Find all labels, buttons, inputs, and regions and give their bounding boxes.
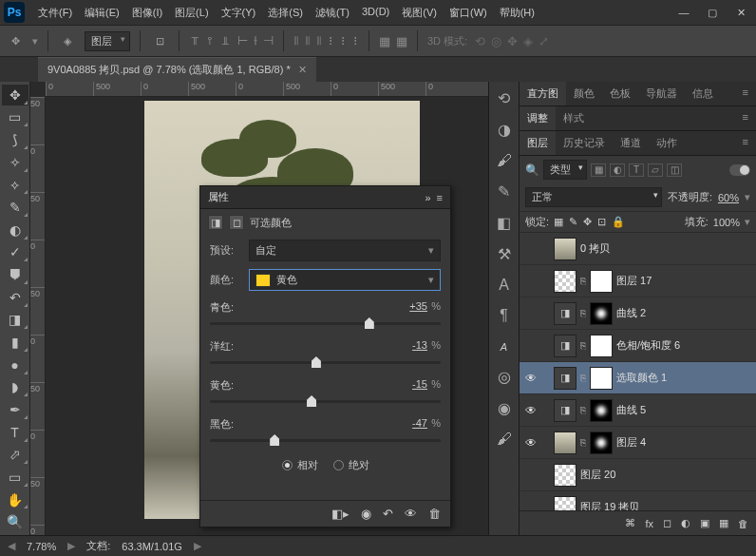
- strip-icon[interactable]: ✎: [498, 182, 510, 201]
- slider[interactable]: [210, 394, 441, 410]
- layer-thumbnail[interactable]: [554, 238, 576, 260]
- strip-icon[interactable]: ◎: [498, 368, 511, 386]
- shape-tool[interactable]: ▭: [2, 467, 28, 488]
- layer-mask-thumbnail[interactable]: [590, 367, 613, 390]
- layer-thumbnail[interactable]: ◨: [554, 302, 576, 325]
- align-hmid-icon[interactable]: ⫲: [254, 33, 257, 48]
- align-right-icon[interactable]: ⊣: [263, 33, 274, 48]
- dist-icon[interactable]: ⫶: [328, 33, 334, 48]
- maximize-button[interactable]: ▢: [701, 4, 724, 21]
- link-layers-icon[interactable]: ⌘: [625, 517, 635, 529]
- slider-handle[interactable]: [312, 356, 321, 368]
- layer-thumbnail[interactable]: [554, 270, 576, 293]
- slider[interactable]: [210, 433, 441, 449]
- menu-item[interactable]: 窗口(W): [444, 2, 493, 24]
- layer-thumbnail[interactable]: [554, 431, 576, 454]
- panel-menu-icon[interactable]: ≡: [735, 106, 756, 130]
- slider[interactable]: [210, 316, 441, 332]
- delete-icon[interactable]: 🗑: [738, 518, 748, 529]
- slider-value[interactable]: -15: [391, 378, 427, 393]
- panel-tab[interactable]: 导航器: [638, 82, 685, 105]
- relative-radio[interactable]: 相对: [282, 458, 318, 472]
- menu-item[interactable]: 图层(L): [169, 2, 214, 24]
- crop-tool[interactable]: ⟡: [2, 175, 28, 196]
- zoom-level[interactable]: 7.78%: [27, 541, 56, 552]
- filter-smart-icon[interactable]: ◫: [667, 163, 682, 177]
- move-tool-icon[interactable]: ✥: [6, 31, 25, 50]
- layer-thumbnail[interactable]: ◨: [554, 335, 576, 357]
- lasso-tool[interactable]: ⟆: [2, 129, 28, 150]
- zoom-tool[interactable]: 🔍: [2, 511, 28, 532]
- slider-value[interactable]: -47: [391, 417, 427, 431]
- hand-tool[interactable]: ✋: [2, 489, 28, 510]
- tab-close-icon[interactable]: ✕: [298, 64, 307, 76]
- filter-pixel-icon[interactable]: ▦: [591, 163, 606, 177]
- layer-mask-thumbnail[interactable]: [590, 270, 613, 293]
- dist-icon[interactable]: ⫴: [293, 33, 299, 48]
- eraser-tool[interactable]: ◨: [2, 310, 28, 331]
- lock-paint-icon[interactable]: ✎: [569, 216, 577, 228]
- align-top-icon[interactable]: ⫪: [189, 33, 201, 48]
- menu-item[interactable]: 文件(F): [32, 2, 78, 24]
- slider-value[interactable]: -13: [391, 339, 427, 354]
- menu-item[interactable]: 3D(D): [356, 2, 395, 24]
- layer-row[interactable]: 图层 20: [520, 459, 756, 491]
- align-left-icon[interactable]: ⊢: [237, 33, 248, 48]
- lock-all-icon[interactable]: 🔒: [612, 216, 625, 228]
- wand-tool[interactable]: ✧: [2, 152, 28, 173]
- new-layer-icon[interactable]: ▦: [719, 517, 728, 529]
- layer-row[interactable]: 👁◨⎘曲线 5: [520, 394, 756, 427]
- filter-type-dropdown[interactable]: 类型: [543, 160, 587, 180]
- layer-row[interactable]: ⎘图层 17: [520, 265, 756, 297]
- lock-pos-icon[interactable]: ✥: [583, 216, 592, 228]
- visibility-toggle[interactable]: 👁: [523, 372, 539, 385]
- slider[interactable]: [210, 355, 441, 371]
- layer-thumbnail[interactable]: ◨: [554, 399, 576, 422]
- layer-name[interactable]: 图层 19 拷贝: [580, 500, 752, 510]
- strip-icon[interactable]: A: [501, 337, 507, 355]
- lock-trans-icon[interactable]: ▦: [554, 216, 563, 228]
- pen-tool[interactable]: ✒: [2, 399, 28, 420]
- type-tool[interactable]: T: [2, 422, 28, 443]
- arrange-icon[interactable]: ▦: [379, 34, 390, 48]
- panel-menu-icon[interactable]: ≡: [735, 82, 756, 105]
- brush-tool[interactable]: ✓: [2, 242, 28, 263]
- layer-row[interactable]: 0 拷贝: [520, 233, 756, 265]
- move-tool[interactable]: ✥: [2, 85, 28, 105]
- panel-tab[interactable]: 动作: [649, 131, 685, 155]
- heal-tool[interactable]: ◐: [2, 220, 28, 240]
- layer-mask-thumbnail[interactable]: [590, 431, 613, 454]
- dist-icon[interactable]: ⫴: [305, 33, 311, 48]
- panel-tab[interactable]: 图层: [520, 131, 556, 155]
- layer-row[interactable]: ◨⎘曲线 2: [520, 297, 756, 330]
- path-tool[interactable]: ⬀: [2, 445, 28, 466]
- arrange-icon[interactable]: ▦: [396, 34, 407, 48]
- layer-thumbnail[interactable]: ◨: [554, 367, 576, 390]
- group-icon[interactable]: ▣: [700, 517, 709, 529]
- transform-controls-icon[interactable]: ⊡: [150, 31, 169, 50]
- slider-handle[interactable]: [365, 317, 374, 329]
- menu-item[interactable]: 文字(Y): [216, 2, 262, 24]
- layer-name[interactable]: 色相/饱和度 6: [616, 338, 752, 353]
- menu-item[interactable]: 编辑(E): [79, 2, 125, 24]
- autoselect-dropdown[interactable]: 图层: [85, 31, 130, 51]
- slider-handle[interactable]: [270, 434, 279, 446]
- panel-tab[interactable]: 直方图: [520, 82, 566, 105]
- layer-mask-thumbnail[interactable]: [590, 399, 613, 422]
- layer-mask-thumbnail[interactable]: [590, 335, 613, 357]
- panel-tab[interactable]: 样式: [556, 106, 592, 130]
- document-tab[interactable]: 9V0A0885 拷贝.psd @ 7.78% (选取颜色 1, RGB/8) …: [38, 57, 316, 82]
- slider-value[interactable]: +35: [391, 300, 427, 315]
- gradient-tool[interactable]: ▮: [2, 332, 28, 353]
- eyedropper-tool[interactable]: ✎: [2, 197, 28, 218]
- trash-icon[interactable]: 🗑: [428, 507, 441, 521]
- panel-tab[interactable]: 调整: [520, 106, 556, 130]
- auto-select-icon[interactable]: ◈: [58, 31, 77, 50]
- panel-tab[interactable]: 色板: [602, 82, 638, 105]
- reset-icon[interactable]: ↶: [383, 507, 393, 521]
- dist-icon[interactable]: ⫶: [340, 33, 347, 48]
- lock-art-icon[interactable]: ⊡: [597, 216, 606, 228]
- strip-icon[interactable]: ◑: [498, 121, 511, 139]
- layer-thumbnail[interactable]: [554, 464, 576, 487]
- strip-icon[interactable]: ⟲: [498, 89, 510, 107]
